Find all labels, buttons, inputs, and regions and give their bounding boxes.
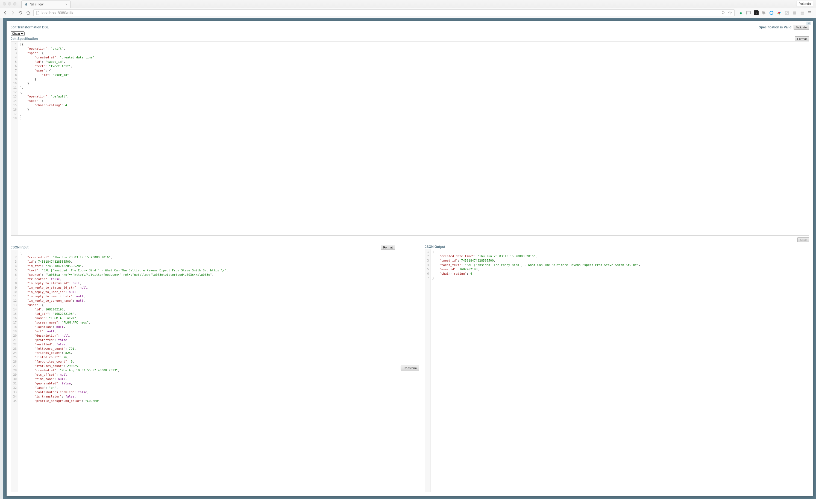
svg-point-7 <box>779 13 780 14</box>
spec-label: Jolt Specification <box>11 37 38 41</box>
tab-title: NiFi Flow <box>30 2 43 6</box>
svg-rect-10 <box>800 11 803 12</box>
input-gutter: 1 2 3 4 5 6 7 8 9 10 11 12 13 14 15 16 1… <box>11 250 18 492</box>
back-icon[interactable] <box>3 10 8 15</box>
svg-point-0 <box>722 11 725 14</box>
jolt-advanced-modal: ✕ Jolt Transformation DSL Specification … <box>7 21 813 496</box>
output-editor[interactable]: 1 2 3 4 5 6 7 { "created_date_time": "Th… <box>425 249 809 492</box>
spec-editor[interactable]: 1 2 3 4 5 6 7 8 9 10 11 12 13 14 15 16 1… <box>11 41 809 236</box>
url-text: localhost:8080/nifi/ <box>42 11 73 15</box>
page-icon <box>36 11 40 15</box>
ext-box-icon[interactable] <box>792 10 797 15</box>
ext-stack-icon[interactable] <box>800 10 805 15</box>
traffic-close[interactable] <box>3 2 6 5</box>
spec-gutter: 1 2 3 4 5 6 7 8 9 10 11 12 13 14 15 16 1… <box>11 41 18 235</box>
output-code[interactable]: { "created_date_time": "Thu Jun 23 03:19… <box>431 249 809 492</box>
transform-button[interactable]: Transform <box>401 366 419 370</box>
ext-evernote-icon[interactable]: 🐘 <box>761 10 766 15</box>
canvas-left-edge <box>0 18 3 499</box>
svg-rect-9 <box>793 11 796 14</box>
svg-point-6 <box>777 13 779 14</box>
window-controls <box>0 1 19 7</box>
extension-icons: ◉ ⋮⋮⋮ 🐘 <box>737 10 813 15</box>
nifi-favicon <box>24 2 28 6</box>
spec-format-button[interactable]: Format <box>795 36 809 41</box>
menu-icon[interactable] <box>807 10 812 15</box>
dsl-label: Jolt Transformation DSL <box>11 25 49 29</box>
input-label: JSON Input <box>11 245 28 249</box>
svg-rect-2 <box>747 11 750 14</box>
ext-delicious-icon[interactable]: ⋮⋮⋮ <box>754 10 759 15</box>
input-code[interactable]: { "created_at": "Thu Jun 23 03:19:15 +00… <box>18 250 395 492</box>
validate-button[interactable]: Validate <box>794 25 809 30</box>
svg-point-5 <box>780 12 781 13</box>
traffic-max[interactable] <box>13 2 16 5</box>
tab-bar: NiFi Flow × <box>19 0 73 8</box>
input-format-button[interactable]: Format <box>381 245 395 250</box>
user-badge[interactable]: Yolanda <box>797 1 813 7</box>
traffic-min[interactable] <box>8 2 11 5</box>
reload-icon[interactable] <box>18 10 23 15</box>
url-bar[interactable]: localhost:8080/nifi/ <box>33 9 735 16</box>
dsl-select[interactable]: Chain <box>11 31 25 36</box>
star-icon[interactable] <box>728 11 732 15</box>
svg-point-3 <box>770 11 773 14</box>
zoom-icon[interactable] <box>721 11 726 15</box>
ext-circle-icon[interactable] <box>769 10 774 15</box>
ext-note-icon[interactable] <box>784 10 789 15</box>
browser-chrome: NiFi Flow × Yolanda localhost:8080/nifi/… <box>0 0 816 18</box>
svg-rect-11 <box>800 13 803 13</box>
validation-message: Specification is Valid <box>759 25 791 29</box>
ext-slack-icon[interactable] <box>777 10 782 15</box>
forward-icon[interactable] <box>10 10 15 15</box>
svg-line-1 <box>724 14 725 15</box>
output-gutter: 1 2 3 4 5 6 7 <box>425 249 431 492</box>
output-label: JSON Output <box>425 245 445 249</box>
browser-tab[interactable]: NiFi Flow × <box>21 1 70 8</box>
nav-bar: localhost:8080/nifi/ ◉ ⋮⋮⋮ 🐘 <box>0 8 816 18</box>
tab-close-icon[interactable]: × <box>65 2 67 6</box>
input-editor[interactable]: 1 2 3 4 5 6 7 8 9 10 11 12 13 14 15 16 1… <box>11 250 395 492</box>
canvas-background: ✕ Jolt Transformation DSL Specification … <box>0 18 816 499</box>
ext-hangouts-icon[interactable]: ◉ <box>738 10 743 15</box>
home-icon[interactable] <box>26 10 31 15</box>
save-button[interactable]: Save <box>797 237 809 242</box>
modal-close-icon[interactable]: ✕ <box>806 22 811 25</box>
svg-rect-12 <box>800 14 803 14</box>
ext-cast-icon[interactable] <box>746 10 751 15</box>
spec-code[interactable]: [{ "operation": "shift", "spec": { "crea… <box>18 41 809 235</box>
